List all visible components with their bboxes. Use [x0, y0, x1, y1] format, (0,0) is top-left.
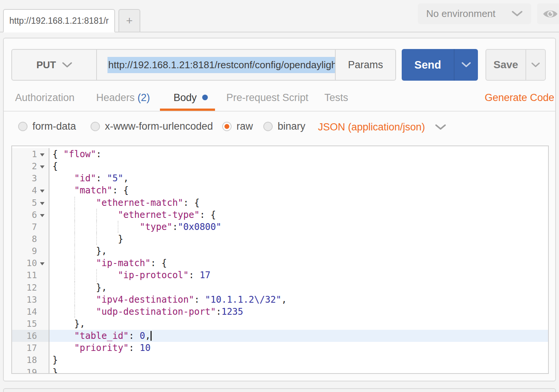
fold-spacer — [37, 245, 49, 257]
send-button[interactable]: Send — [402, 49, 455, 81]
code-line[interactable]: 9}, — [12, 245, 548, 257]
code-line[interactable]: 2{ — [12, 160, 548, 172]
code-lines: 1{ "flow":2{3"id": "5",4"match": {5"ethe… — [12, 146, 548, 374]
gutter-cell: 2 — [12, 160, 49, 172]
response-panel-header[interactable] — [3, 388, 556, 392]
indent-guide — [74, 294, 75, 306]
request-tab-title: http://192.168.1.21:8181/r — [9, 16, 109, 26]
radio-urlencoded[interactable]: x-www-form-urlencoded — [91, 121, 213, 132]
fold-arrow-icon[interactable] — [37, 209, 49, 221]
code-line[interactable]: 11"ip-protocol": 17 — [12, 269, 548, 281]
fold-arrow-icon[interactable] — [37, 160, 49, 172]
method-dropdown[interactable]: PUT — [12, 50, 97, 80]
method-label: PUT — [37, 59, 56, 71]
line-number: 1 — [12, 148, 37, 160]
environment-selector[interactable]: No environment — [418, 3, 531, 24]
indent-guide — [118, 221, 118, 233]
line-number: 6 — [12, 209, 37, 221]
tab-authorization[interactable]: Authorization — [15, 92, 75, 104]
radio-raw[interactable]: raw — [222, 121, 253, 132]
code-line[interactable]: 18} — [12, 354, 548, 366]
code-token: }, — [74, 318, 85, 330]
environment-preview-button[interactable] — [537, 3, 559, 24]
line-number: 15 — [12, 318, 37, 330]
fold-arrow-icon[interactable] — [37, 184, 49, 196]
radio-icon — [263, 122, 273, 131]
code-line[interactable]: 1{ "flow": — [12, 148, 548, 160]
code-line[interactable]: 8} — [12, 233, 548, 245]
generate-code-link[interactable]: Generate Code — [485, 92, 554, 104]
body-label: Body — [174, 92, 197, 103]
send-options-button[interactable] — [455, 49, 478, 81]
line-number: 16 — [12, 330, 37, 342]
new-tab-button[interactable]: + — [118, 9, 140, 32]
code-token: : { — [200, 209, 216, 221]
code-token: "ip-match" — [96, 257, 151, 269]
code-line[interactable]: 5"ethernet-match": { — [12, 197, 548, 209]
code-token: : { — [112, 184, 129, 196]
radio-binary[interactable]: binary — [263, 121, 306, 132]
fold-arrow-icon[interactable] — [37, 148, 49, 160]
indent-guide — [74, 197, 75, 209]
code-line[interactable]: 19} — [12, 366, 548, 374]
request-tab[interactable]: http://192.168.1.21:8181/r — [3, 9, 115, 32]
gutter-cell: 7 — [12, 221, 49, 233]
code-token: 1235 — [221, 306, 243, 318]
save-options-button[interactable] — [526, 50, 545, 80]
gutter-cell: 3 — [12, 172, 49, 184]
code-token: "5" — [107, 172, 123, 184]
code-editor[interactable]: 1{ "flow":2{3"id": "5",4"match": {5"ethe… — [11, 145, 549, 374]
code-token: : — [96, 172, 107, 184]
code-token: } — [52, 366, 58, 374]
code-token: "ethernet-type" — [118, 209, 200, 221]
code-line-text: "ip-protocol": 17 — [49, 269, 548, 281]
tab-tests[interactable]: Tests — [324, 92, 348, 104]
content-type-dropdown[interactable]: JSON (application/json) — [318, 121, 446, 133]
code-token: 10 — [140, 342, 150, 354]
fold-arrow-icon[interactable] — [37, 197, 49, 209]
radio-label: raw — [236, 121, 253, 132]
gutter-cell: 14 — [12, 306, 49, 318]
code-line[interactable]: 6"ethernet-type": { — [12, 209, 548, 221]
code-token: 17 — [200, 269, 210, 281]
radio-label: x-www-form-urlencoded — [105, 121, 213, 132]
code-token: "0x0800" — [178, 221, 221, 233]
indent-guide — [74, 233, 75, 245]
fold-spacer — [37, 342, 49, 354]
code-line[interactable]: 14"udp-destination-port":1235 — [12, 306, 548, 318]
fold-spacer — [37, 221, 49, 233]
tab-body[interactable]: Body — [174, 92, 208, 104]
fold-spacer — [37, 318, 49, 330]
line-number: 14 — [12, 306, 37, 318]
params-button[interactable]: Params — [335, 50, 395, 80]
radio-form-data[interactable]: form-data — [18, 121, 76, 132]
indent-whitespace — [52, 209, 118, 221]
url-input[interactable]: http://192.168.1.21:8181/restconf/config… — [97, 50, 335, 80]
code-line[interactable]: 4"match": { — [12, 184, 548, 196]
indent-guide — [74, 269, 75, 281]
line-number: 10 — [12, 257, 37, 269]
tab-pre-request-script[interactable]: Pre-request Script — [226, 92, 309, 104]
code-line[interactable]: 10"ip-match": { — [12, 257, 548, 269]
code-line[interactable]: 17"priority": 10 — [12, 342, 548, 354]
indent-whitespace — [52, 233, 118, 245]
code-line[interactable]: 12}, — [12, 282, 548, 294]
fold-arrow-icon[interactable] — [37, 257, 49, 269]
code-line[interactable]: 3"id": "5", — [12, 172, 548, 184]
gutter-cell: 10 — [12, 257, 49, 269]
line-number: 9 — [12, 245, 37, 257]
indent-whitespace — [52, 197, 96, 209]
save-button[interactable]: Save — [486, 50, 526, 80]
line-number: 8 — [12, 233, 37, 245]
code-line[interactable]: 13"ipv4-destination": "10.1.1.2\/32", — [12, 294, 548, 306]
code-token: "table_id" — [74, 330, 129, 342]
indent-guide — [96, 221, 97, 233]
tab-headers[interactable]: Headers (2) — [96, 92, 150, 104]
code-line[interactable]: 15}, — [12, 318, 548, 330]
code-token: : — [216, 306, 221, 318]
code-token: "match" — [74, 184, 112, 196]
code-line[interactable]: 7"type":"0x0800" — [12, 221, 548, 233]
code-token: }, — [96, 245, 107, 257]
gutter-cell: 16 — [12, 330, 49, 342]
code-line[interactable]: 16"table_id": 0, — [12, 330, 548, 342]
